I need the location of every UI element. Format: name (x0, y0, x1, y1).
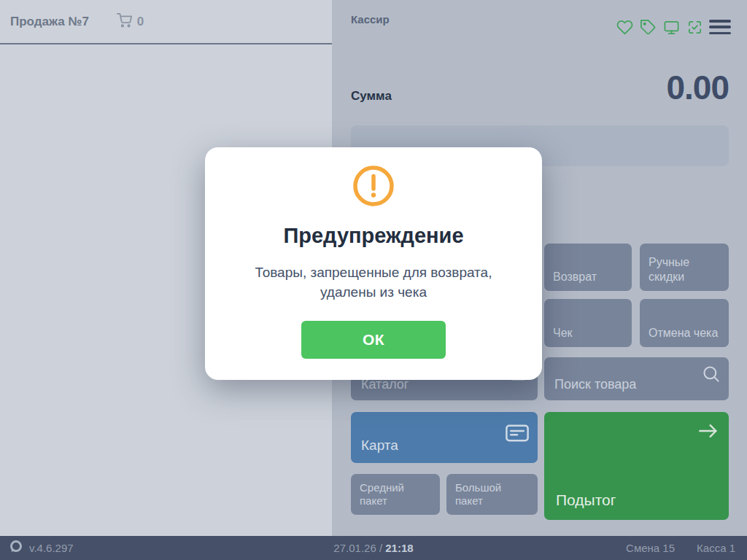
app-logo-icon (9, 540, 23, 556)
cart-count: 0 (137, 15, 144, 29)
scan-check-icon[interactable] (686, 19, 703, 36)
cashier-label: Кассир (351, 13, 390, 26)
cancel-receipt-label: Отмена чека (649, 326, 718, 341)
manual-discounts-label: Ручные скидки (649, 255, 720, 284)
menu-icon[interactable] (709, 20, 731, 34)
version-block: v.4.6.297 (9, 540, 74, 556)
medium-bag-button[interactable]: Средний пакет (351, 474, 440, 515)
card-button-label: Карта (361, 437, 398, 454)
shift-block: Смена 15 Касса 1 (626, 542, 735, 554)
sum-label: Сумма (351, 89, 392, 104)
card-button[interactable]: Карта (351, 412, 538, 463)
datetime: 27.01.26 / 21:18 (333, 542, 413, 554)
product-search-label: Поиск товара (554, 376, 636, 393)
receipt-header: Продажа №7 0 (0, 0, 332, 44)
status-bar: v.4.6.297 27.01.26 / 21:18 Смена 15 Касс… (0, 536, 747, 560)
dialog-title: Предупреждение (283, 224, 463, 248)
heart-icon[interactable] (616, 19, 633, 36)
dialog-message: Товары, запрещенные для возврата, удален… (247, 263, 500, 303)
receipt-button[interactable]: Чек (544, 299, 632, 347)
product-search-button[interactable]: Поиск товара (544, 357, 729, 400)
search-icon (701, 364, 721, 388)
ok-button[interactable]: ОК (301, 321, 446, 359)
medium-bag-label: Средний пакет (360, 481, 431, 509)
card-icon (503, 421, 531, 449)
receipt-button-label: Чек (553, 326, 573, 341)
warning-icon (352, 165, 395, 210)
datetime-separator: / (379, 542, 382, 554)
shift-label: Смена 15 (626, 542, 675, 554)
register-label: Касса 1 (697, 542, 735, 554)
cart-icon (117, 12, 132, 31)
cart-counter: 0 (117, 12, 144, 31)
header-toolbar (616, 19, 703, 36)
cancel-receipt-button[interactable]: Отмена чека (640, 299, 729, 347)
return-button-label: Возврат (553, 270, 597, 284)
large-bag-button[interactable]: Большой пакет (446, 474, 538, 515)
subtotal-button-label: Подытог (556, 491, 616, 510)
date-label: 27.01.26 (333, 542, 376, 554)
time-label: 21:18 (385, 542, 413, 554)
return-button[interactable]: Возврат (544, 244, 632, 291)
arrow-right-icon (697, 421, 720, 445)
large-bag-label: Большой пакет (455, 481, 529, 509)
monitor-icon[interactable] (663, 19, 680, 36)
pos-app: Продажа №7 0 Кассир (0, 0, 747, 560)
subtotal-button[interactable]: Подытог (544, 412, 729, 520)
manual-discounts-button[interactable]: Ручные скидки (640, 244, 729, 291)
version-label: v.4.6.297 (29, 542, 74, 554)
sum-value: 0.00 (666, 68, 729, 107)
tag-icon[interactable] (640, 19, 657, 36)
warning-dialog: Предупреждение Товары, запрещенные для в… (205, 147, 542, 380)
sale-title: Продажа №7 (10, 15, 89, 29)
